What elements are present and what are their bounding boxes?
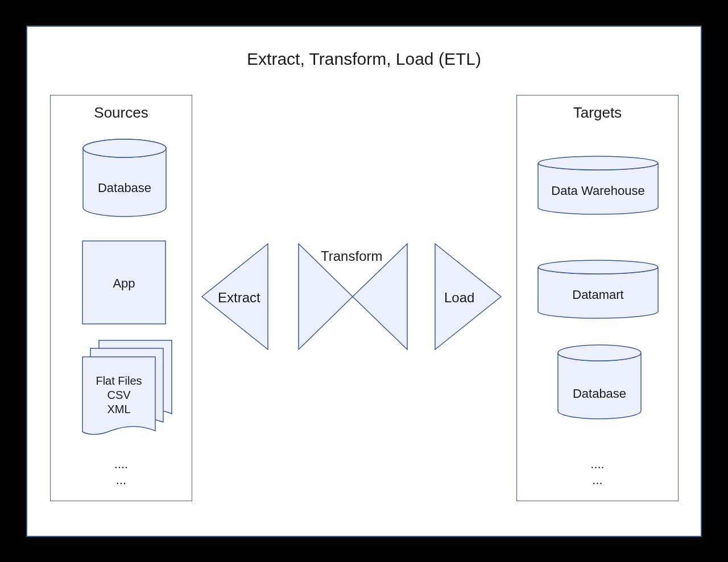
flatfiles-label: Flat Files CSV XML — [82, 374, 156, 417]
database-icon — [82, 138, 167, 218]
target-database-label: Database — [557, 386, 642, 401]
targets-heading: Targets — [517, 104, 678, 122]
sources-panel: Sources Database App Flat Files CSV XML … — [50, 95, 192, 501]
svg-point-1 — [83, 139, 166, 157]
svg-point-7 — [539, 156, 658, 170]
targets-ellipsis: ....... — [517, 456, 678, 489]
database-label: Database — [82, 181, 167, 195]
datamart-label: Datamart — [537, 288, 659, 302]
extract-label: Extract — [218, 290, 260, 306]
svg-point-8 — [539, 260, 658, 274]
load-label: Load — [444, 290, 474, 306]
transform-label: Transform — [321, 248, 382, 264]
flatfiles-line2: CSV — [82, 388, 156, 402]
app-label: App — [82, 276, 166, 291]
datawarehouse-label: Data Warehouse — [537, 184, 659, 198]
targets-panel: Targets Data Warehouse Datamart Database… — [516, 95, 679, 501]
flatfiles-line3: XML — [82, 402, 156, 417]
svg-point-9 — [558, 345, 641, 361]
sources-ellipsis: ....... — [51, 456, 192, 489]
sources-heading: Sources — [51, 104, 192, 122]
target-database-icon — [557, 344, 642, 421]
diagram-canvas: Extract, Transform, Load (ETL) Sources D… — [26, 26, 702, 537]
flatfiles-line1: Flat Files — [82, 374, 156, 388]
diagram-title: Extract, Transform, Load (ETL) — [27, 49, 701, 69]
